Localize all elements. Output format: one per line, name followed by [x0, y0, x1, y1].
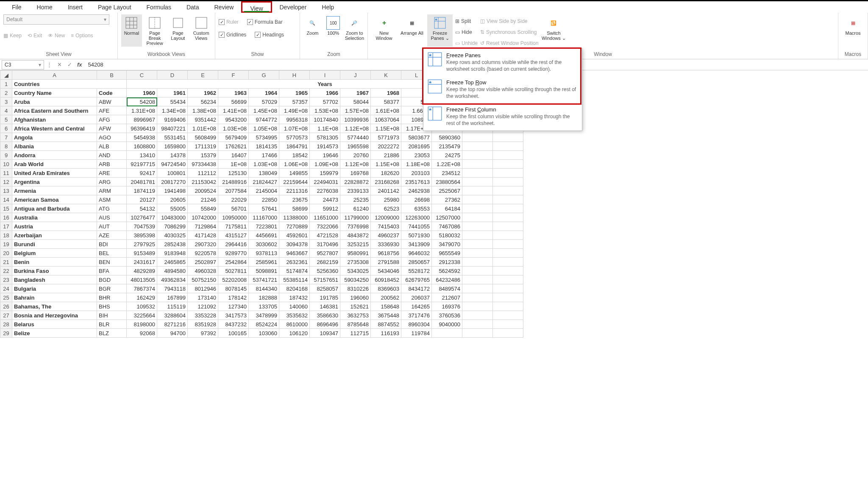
cell-data[interactable]: 3717476: [401, 311, 432, 320]
btn-reset-window-pos[interactable]: ↺Reset Window Position: [480, 38, 538, 48]
cell-data[interactable]: 94724540: [157, 160, 188, 169]
cell-data[interactable]: 4171428: [188, 231, 218, 240]
cell-data[interactable]: 9183948: [157, 249, 188, 258]
cell-data[interactable]: 3336930: [371, 240, 401, 249]
cell-data[interactable]: 3170496: [310, 240, 340, 249]
cell-data[interactable]: 97392: [188, 329, 218, 338]
cell[interactable]: [462, 178, 493, 186]
cell-country-code[interactable]: BGR: [97, 284, 127, 293]
cell-data[interactable]: 20817270: [157, 178, 188, 186]
cell-data[interactable]: 5781305: [310, 133, 340, 142]
cell-data[interactable]: 7322066: [310, 222, 340, 231]
cell-data[interactable]: 55849: [188, 204, 218, 213]
cell-data[interactable]: 16407: [218, 151, 249, 160]
cell[interactable]: [493, 213, 523, 222]
cell-data[interactable]: 4960237: [371, 231, 401, 240]
cell-data[interactable]: 1.57E+08: [340, 106, 371, 115]
cell-data[interactable]: 5890360: [432, 133, 462, 142]
row-header-20[interactable]: 20: [0, 249, 12, 258]
cell-data[interactable]: 1608800: [127, 142, 157, 151]
col-header-A[interactable]: A: [12, 71, 97, 80]
cell-data[interactable]: 178142: [218, 293, 249, 302]
cell-country-code[interactable]: BIH: [97, 311, 127, 320]
row-header-19[interactable]: 19: [0, 240, 12, 249]
cell-data[interactable]: 21246: [188, 195, 218, 204]
cell-data[interactable]: 10950000: [218, 213, 249, 222]
cell-data[interactable]: 9169406: [157, 115, 188, 124]
cell[interactable]: [462, 275, 493, 284]
cell-data[interactable]: 49362834: [157, 275, 188, 284]
row-header-14[interactable]: 14: [0, 195, 12, 204]
cell-country-code[interactable]: BHR: [97, 293, 127, 302]
cell-data[interactable]: 162429: [127, 293, 157, 302]
cell-data[interactable]: 2682159: [310, 258, 340, 267]
cell-country-name[interactable]: Andorra: [12, 151, 97, 160]
cell-data[interactable]: 21886: [371, 151, 401, 160]
cell-data[interactable]: 1914573: [310, 142, 340, 151]
tab-review[interactable]: Review: [207, 1, 242, 13]
cell-data[interactable]: 7415403: [371, 222, 401, 231]
name-box[interactable]: C3▾: [2, 60, 44, 69]
cell-data[interactable]: 8696496: [310, 320, 340, 329]
cell[interactable]: [462, 293, 493, 302]
cell[interactable]: [462, 169, 493, 178]
cell-data[interactable]: 140060: [279, 302, 310, 311]
cell[interactable]: [462, 320, 493, 329]
cell-data[interactable]: 21488916: [218, 178, 249, 186]
row-header-22[interactable]: 22: [0, 267, 12, 275]
cell-data[interactable]: 3675448: [371, 311, 401, 320]
cell[interactable]: [462, 151, 493, 160]
cell-data[interactable]: 7223801: [249, 222, 279, 231]
cell-data[interactable]: 1.53E+08: [310, 106, 340, 115]
cell-data[interactable]: 2907320: [188, 240, 218, 249]
cell-data[interactable]: 20760: [340, 151, 371, 160]
cell-data[interactable]: 1.05E+08: [249, 124, 279, 133]
cell-data[interactable]: 53741721: [249, 275, 279, 284]
cell-country-name[interactable]: Burundi: [12, 240, 97, 249]
cell-data[interactable]: 8785648: [340, 320, 371, 329]
cell-data[interactable]: 58377: [371, 97, 401, 106]
row-header-1[interactable]: 1: [0, 80, 12, 89]
cell-data[interactable]: 54208: [127, 97, 157, 106]
cell-data[interactable]: 125130: [218, 169, 249, 178]
cell-country-name[interactable]: Angola: [12, 133, 97, 142]
cell-data[interactable]: 7376998: [340, 222, 371, 231]
btn-arrange-all[interactable]: ▦Arrange All: [399, 14, 425, 47]
cell-data[interactable]: 191785: [310, 293, 340, 302]
cell-country-name[interactable]: Albania: [12, 142, 97, 151]
btn-view-side-by-side[interactable]: ◫View Side by Side: [480, 16, 538, 26]
cell-country-code[interactable]: AND: [97, 151, 127, 160]
cell[interactable]: [493, 231, 523, 240]
cell-data[interactable]: 64184: [432, 204, 462, 213]
cell-data[interactable]: 62523: [371, 204, 401, 213]
cell-country-name[interactable]: Bahrain: [12, 293, 97, 302]
cell[interactable]: [493, 302, 523, 311]
cell-data[interactable]: 1941498: [157, 186, 188, 195]
cell-data[interactable]: 92197715: [127, 160, 157, 169]
cell[interactable]: [493, 186, 523, 195]
row-header-2[interactable]: 2: [0, 89, 12, 97]
cell-data[interactable]: 1.06E+08: [279, 160, 310, 169]
cell-data[interactable]: 3225664: [127, 311, 157, 320]
cell-data[interactable]: 5770573: [279, 133, 310, 142]
cell-data[interactable]: 200562: [371, 293, 401, 302]
cell[interactable]: [493, 258, 523, 267]
cell-data[interactable]: 94700: [157, 329, 188, 338]
btn-pagebreak-preview[interactable]: Page Break Preview: [145, 14, 165, 47]
cell-data[interactable]: 23168268: [371, 178, 401, 186]
cell-data[interactable]: 59034250: [340, 275, 371, 284]
cell-data[interactable]: 10276477: [127, 213, 157, 222]
cell-country-code[interactable]: AZE: [97, 231, 127, 240]
tab-view[interactable]: View: [241, 1, 272, 13]
cell[interactable]: [493, 275, 523, 284]
cell-data[interactable]: 57641: [249, 204, 279, 213]
cell-data[interactable]: 2081695: [401, 142, 432, 151]
cell-data[interactable]: 1.45E+08: [249, 106, 279, 115]
chk-gridlines[interactable]: Gridlines: [219, 30, 246, 40]
sheetview-options[interactable]: ≡Options: [71, 31, 93, 41]
cell-country-name[interactable]: Belarus: [12, 320, 97, 329]
btn-zoom[interactable]: 🔍Zoom: [303, 14, 322, 47]
cell-country-name[interactable]: Belgium: [12, 249, 97, 258]
col-header-H[interactable]: H: [279, 71, 310, 80]
row-header-12[interactable]: 12: [0, 178, 12, 186]
